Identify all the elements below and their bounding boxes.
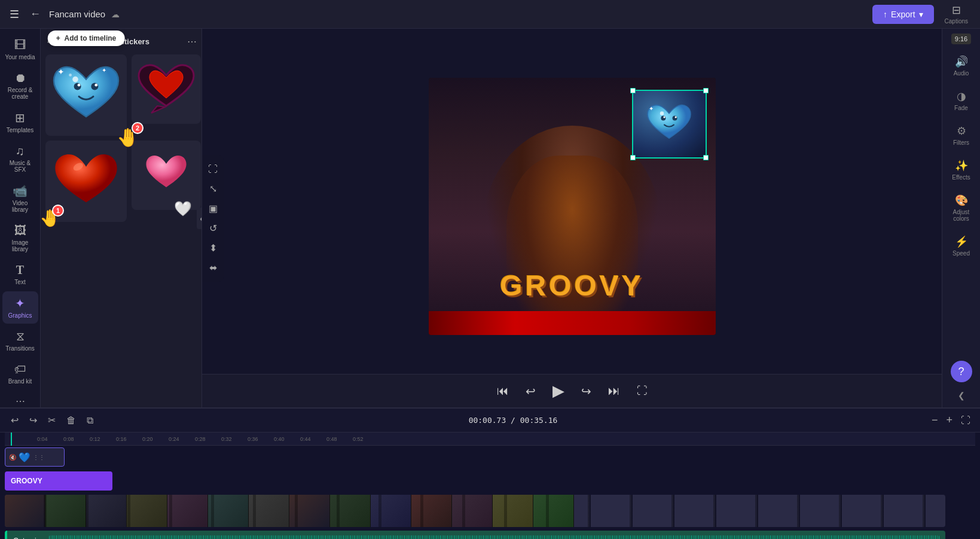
sidebar-item-video-library[interactable]: 📹 Video library (2, 179, 38, 218)
sidebar-item-record-create[interactable]: ⏺ Record & create (2, 66, 38, 105)
expand-timeline-button[interactable]: ⛶ (958, 413, 973, 428)
undo-button[interactable]: ↩ (7, 412, 22, 428)
redo-button[interactable]: ↪ (26, 412, 41, 428)
svg-text:✦: ✦ (102, 67, 106, 74)
captions-icon: ⊟ (952, 4, 961, 17)
handle-tr[interactable] (703, 88, 709, 93)
screen-tool-button[interactable]: ▣ (204, 199, 221, 217)
forward-button[interactable]: ↪ (576, 379, 596, 403)
record-icon: ⏺ (14, 71, 26, 85)
video-preview-area: GROOVY (202, 29, 942, 374)
sticker-cell-red-heart[interactable]: 🤚 1 (45, 141, 127, 222)
collapse-right-button[interactable]: ❮ (955, 388, 967, 403)
right-item-audio[interactable]: 🔊 Audio (945, 49, 978, 83)
panel-title: Love & romance stickers (57, 37, 187, 46)
project-title[interactable]: Fancam video (49, 9, 105, 19)
svg-point-13 (675, 116, 677, 118)
right-item-fade[interactable]: ◑ Fade (945, 84, 978, 117)
selected-sticker[interactable]: ✦ (632, 90, 707, 159)
brand-kit-icon: 🏷 (14, 363, 26, 376)
panel-back-btn[interactable]: ← (45, 36, 55, 47)
svg-point-11 (673, 115, 677, 120)
zoom-out-button[interactable]: − (929, 412, 941, 429)
sidebar-item-transitions[interactable]: ⧖ Transitions (2, 325, 38, 357)
playhead[interactable] (11, 433, 12, 446)
audio-icon: 🔊 (955, 55, 968, 68)
captions-button[interactable]: ⊟ Captions (940, 1, 973, 27)
graphics-icon: ✦ (15, 296, 25, 310)
audio-waveform (49, 535, 939, 539)
white-shape: 🤍 (174, 200, 192, 217)
text-clip[interactable]: GROOVY (5, 471, 112, 491)
dark-heart-sticker (136, 59, 196, 119)
sticker-grid: ✦ ✦ + Add to timeline 🤚 2 (45, 54, 197, 222)
hamburger-button[interactable]: ☰ (7, 5, 22, 23)
collapse-panel-button[interactable]: ❮ (197, 208, 202, 229)
svg-point-9 (660, 111, 664, 115)
handle-tl[interactable] (630, 88, 636, 93)
right-item-effects[interactable]: ✨ Effects (945, 153, 978, 187)
rotate-tool-button[interactable]: ↺ (204, 218, 221, 237)
sticker-cell-dark-heart[interactable] (132, 54, 201, 124)
cursor-2-badge: 2 (132, 122, 144, 134)
duplicate-button[interactable]: ⧉ (83, 413, 97, 428)
timeline-current-time: 00:00.73 / 00:35.16 (469, 416, 558, 425)
resize-tool-button[interactable]: ⤡ (204, 179, 221, 197)
svg-point-0 (72, 77, 78, 83)
sidebar-item-brand-kit[interactable]: 🏷 Brand kit (2, 358, 38, 389)
right-item-adjust-colors[interactable]: 🎨 Adjust colors (945, 188, 978, 228)
fullscreen-button[interactable]: ⛶ (632, 380, 652, 402)
adjust-colors-icon: 🎨 (955, 194, 968, 207)
rewind-button[interactable]: ↩ (521, 379, 541, 403)
sidebar-item-templates[interactable]: ⊞ Templates (2, 106, 38, 138)
sidebar-item-music-sfx[interactable]: ♫ Music & SFX (2, 139, 38, 178)
export-button[interactable]: ↑ Export ▾ (872, 5, 933, 24)
play-button[interactable]: ▶ (548, 377, 569, 405)
crop-tool-button[interactable]: ⛶ (204, 160, 221, 178)
blue-heart-on-video: ✦ (645, 100, 693, 148)
transitions-icon: ⧖ (16, 330, 25, 343)
panel-menu-button[interactable]: ⋯ (187, 36, 197, 47)
text-track: GROOVY (5, 470, 975, 492)
icon-sidebar: 🎞 Your media ⏺ Record & create ⊞ Templat… (0, 29, 41, 407)
effects-icon: ✨ (955, 159, 968, 172)
media-icon: 🎞 (14, 38, 26, 52)
sidebar-item-image-library[interactable]: 🖼 Image library (2, 219, 38, 257)
zoom-in-button[interactable]: + (944, 412, 955, 429)
canvas-tools-bar: ⛶ ⤡ ▣ ↺ ⬍ ⬌ (202, 155, 224, 281)
sidebar-item-graphics[interactable]: ✦ Graphics (2, 291, 38, 324)
flip-v-tool-button[interactable]: ⬍ (204, 238, 221, 257)
help-button[interactable]: ? (951, 361, 972, 382)
video-clip[interactable] (5, 495, 945, 527)
aspect-ratio-badge: 9:16 (951, 34, 971, 44)
panel-header: ← Love & romance stickers ⋯ (45, 34, 197, 50)
sidebar-item-your-media[interactable]: 🎞 Your media (2, 34, 38, 65)
right-item-speed[interactable]: ⚡ Speed (945, 229, 978, 263)
flip-h-tool-button[interactable]: ⬌ (204, 258, 221, 276)
right-item-filters[interactable]: ⚙ Filters (945, 118, 978, 152)
delete-button[interactable]: 🗑 (63, 413, 80, 428)
sidebar-item-text[interactable]: T Text (2, 258, 38, 290)
pink-heart-sticker (142, 151, 190, 199)
skip-back-button[interactable]: ⏮ (492, 379, 514, 403)
sticker-on-video: ✦ (633, 91, 706, 157)
sticker-cell-pink-heart[interactable]: 🤍 (132, 141, 201, 210)
svg-text:✦: ✦ (649, 105, 654, 112)
svg-point-12 (663, 116, 665, 118)
sidebar-item-feature-flags[interactable]: ⋯ Feature Flags (2, 391, 38, 407)
sticker-cell-blue-heart[interactable]: ✦ ✦ + Add to timeline 🤚 2 (45, 54, 127, 136)
audio-clip[interactable]: Get going (5, 531, 945, 539)
audio-clip-label: Get going (13, 537, 44, 539)
text-clip-label: GROOVY (11, 477, 42, 485)
cut-button[interactable]: ✂ (44, 412, 59, 428)
timeline-ruler: ▼ 0:04 0:08 0:12 0:16 0:20 0:24 0:28 0:3… (5, 433, 975, 446)
handle-br[interactable] (703, 155, 709, 160)
svg-point-4 (78, 84, 81, 87)
skip-forward-button[interactable]: ⏭ (603, 379, 625, 403)
sticker-clip[interactable]: 🔇 💙 ⋮⋮ (5, 447, 65, 467)
handle-bl[interactable] (630, 155, 636, 160)
timeline-content: ▼ 0:04 0:08 0:12 0:16 0:20 0:24 0:28 0:3… (0, 433, 980, 539)
sticker-track: 🔇 💙 ⋮⋮ (5, 446, 975, 468)
video-frame[interactable]: GROOVY (429, 78, 716, 335)
back-button[interactable]: ← (28, 5, 43, 23)
